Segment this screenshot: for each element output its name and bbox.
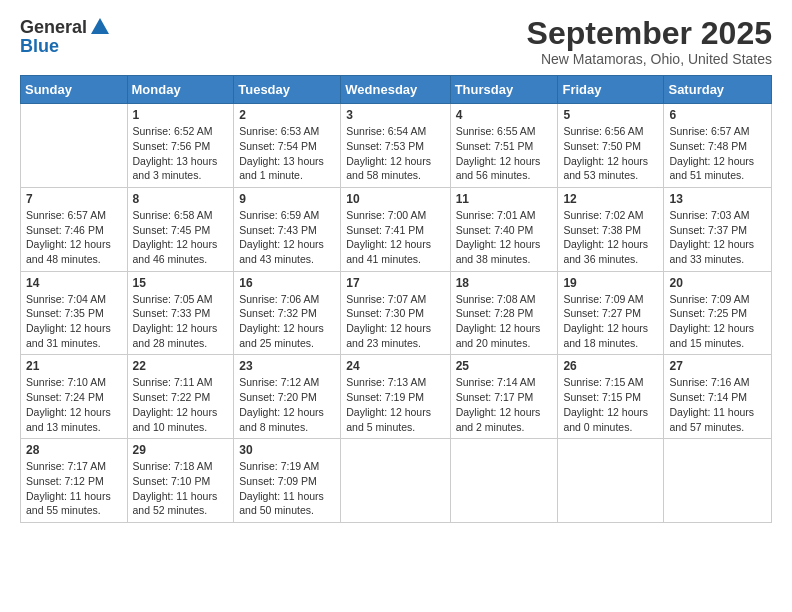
day-info: Sunrise: 6:59 AM Sunset: 7:43 PM Dayligh… [239, 208, 335, 267]
day-info: Sunrise: 7:12 AM Sunset: 7:20 PM Dayligh… [239, 375, 335, 434]
day-cell: 2Sunrise: 6:53 AM Sunset: 7:54 PM Daylig… [234, 104, 341, 188]
day-number: 24 [346, 359, 444, 373]
calendar-table: SundayMondayTuesdayWednesdayThursdayFrid… [20, 75, 772, 523]
day-cell: 29Sunrise: 7:18 AM Sunset: 7:10 PM Dayli… [127, 439, 234, 523]
calendar-header-tuesday: Tuesday [234, 76, 341, 104]
day-cell [664, 439, 772, 523]
logo: General Blue [20, 16, 111, 57]
day-cell [450, 439, 558, 523]
day-info: Sunrise: 6:56 AM Sunset: 7:50 PM Dayligh… [563, 124, 658, 183]
day-number: 27 [669, 359, 766, 373]
week-row-3: 14Sunrise: 7:04 AM Sunset: 7:35 PM Dayli… [21, 271, 772, 355]
day-info: Sunrise: 7:09 AM Sunset: 7:27 PM Dayligh… [563, 292, 658, 351]
week-row-2: 7Sunrise: 6:57 AM Sunset: 7:46 PM Daylig… [21, 187, 772, 271]
day-number: 12 [563, 192, 658, 206]
day-cell: 22Sunrise: 7:11 AM Sunset: 7:22 PM Dayli… [127, 355, 234, 439]
day-info: Sunrise: 6:55 AM Sunset: 7:51 PM Dayligh… [456, 124, 553, 183]
day-info: Sunrise: 7:00 AM Sunset: 7:41 PM Dayligh… [346, 208, 444, 267]
day-cell [558, 439, 664, 523]
day-number: 4 [456, 108, 553, 122]
day-cell: 1Sunrise: 6:52 AM Sunset: 7:56 PM Daylig… [127, 104, 234, 188]
title-block: September 2025 New Matamoras, Ohio, Unit… [527, 16, 772, 67]
day-info: Sunrise: 7:07 AM Sunset: 7:30 PM Dayligh… [346, 292, 444, 351]
day-cell: 4Sunrise: 6:55 AM Sunset: 7:51 PM Daylig… [450, 104, 558, 188]
day-info: Sunrise: 6:57 AM Sunset: 7:46 PM Dayligh… [26, 208, 122, 267]
logo-blue-text: Blue [20, 36, 59, 57]
calendar-header-wednesday: Wednesday [341, 76, 450, 104]
day-number: 16 [239, 276, 335, 290]
day-cell: 11Sunrise: 7:01 AM Sunset: 7:40 PM Dayli… [450, 187, 558, 271]
day-cell: 23Sunrise: 7:12 AM Sunset: 7:20 PM Dayli… [234, 355, 341, 439]
day-number: 17 [346, 276, 444, 290]
day-number: 25 [456, 359, 553, 373]
day-info: Sunrise: 7:13 AM Sunset: 7:19 PM Dayligh… [346, 375, 444, 434]
day-number: 20 [669, 276, 766, 290]
day-number: 21 [26, 359, 122, 373]
day-number: 3 [346, 108, 444, 122]
day-info: Sunrise: 6:54 AM Sunset: 7:53 PM Dayligh… [346, 124, 444, 183]
calendar-header-sunday: Sunday [21, 76, 128, 104]
week-row-4: 21Sunrise: 7:10 AM Sunset: 7:24 PM Dayli… [21, 355, 772, 439]
day-number: 2 [239, 108, 335, 122]
calendar-header-row: SundayMondayTuesdayWednesdayThursdayFrid… [21, 76, 772, 104]
day-info: Sunrise: 7:03 AM Sunset: 7:37 PM Dayligh… [669, 208, 766, 267]
day-info: Sunrise: 7:10 AM Sunset: 7:24 PM Dayligh… [26, 375, 122, 434]
day-number: 29 [133, 443, 229, 457]
day-info: Sunrise: 7:04 AM Sunset: 7:35 PM Dayligh… [26, 292, 122, 351]
day-number: 14 [26, 276, 122, 290]
day-info: Sunrise: 7:05 AM Sunset: 7:33 PM Dayligh… [133, 292, 229, 351]
day-info: Sunrise: 7:15 AM Sunset: 7:15 PM Dayligh… [563, 375, 658, 434]
calendar-body: 1Sunrise: 6:52 AM Sunset: 7:56 PM Daylig… [21, 104, 772, 523]
week-row-5: 28Sunrise: 7:17 AM Sunset: 7:12 PM Dayli… [21, 439, 772, 523]
logo-icon [89, 16, 111, 38]
day-cell: 14Sunrise: 7:04 AM Sunset: 7:35 PM Dayli… [21, 271, 128, 355]
location: New Matamoras, Ohio, United States [527, 51, 772, 67]
day-info: Sunrise: 7:01 AM Sunset: 7:40 PM Dayligh… [456, 208, 553, 267]
day-info: Sunrise: 6:52 AM Sunset: 7:56 PM Dayligh… [133, 124, 229, 183]
day-number: 13 [669, 192, 766, 206]
day-cell: 21Sunrise: 7:10 AM Sunset: 7:24 PM Dayli… [21, 355, 128, 439]
day-info: Sunrise: 7:19 AM Sunset: 7:09 PM Dayligh… [239, 459, 335, 518]
day-cell: 8Sunrise: 6:58 AM Sunset: 7:45 PM Daylig… [127, 187, 234, 271]
day-number: 5 [563, 108, 658, 122]
day-number: 8 [133, 192, 229, 206]
day-number: 9 [239, 192, 335, 206]
day-info: Sunrise: 7:08 AM Sunset: 7:28 PM Dayligh… [456, 292, 553, 351]
calendar-header-thursday: Thursday [450, 76, 558, 104]
calendar-header-monday: Monday [127, 76, 234, 104]
day-number: 28 [26, 443, 122, 457]
day-cell: 5Sunrise: 6:56 AM Sunset: 7:50 PM Daylig… [558, 104, 664, 188]
day-cell: 12Sunrise: 7:02 AM Sunset: 7:38 PM Dayli… [558, 187, 664, 271]
day-cell: 24Sunrise: 7:13 AM Sunset: 7:19 PM Dayli… [341, 355, 450, 439]
day-number: 22 [133, 359, 229, 373]
day-number: 15 [133, 276, 229, 290]
day-info: Sunrise: 7:14 AM Sunset: 7:17 PM Dayligh… [456, 375, 553, 434]
day-cell: 10Sunrise: 7:00 AM Sunset: 7:41 PM Dayli… [341, 187, 450, 271]
day-info: Sunrise: 6:53 AM Sunset: 7:54 PM Dayligh… [239, 124, 335, 183]
day-info: Sunrise: 6:58 AM Sunset: 7:45 PM Dayligh… [133, 208, 229, 267]
day-number: 23 [239, 359, 335, 373]
day-cell: 6Sunrise: 6:57 AM Sunset: 7:48 PM Daylig… [664, 104, 772, 188]
day-cell: 7Sunrise: 6:57 AM Sunset: 7:46 PM Daylig… [21, 187, 128, 271]
day-cell [341, 439, 450, 523]
day-number: 11 [456, 192, 553, 206]
day-number: 1 [133, 108, 229, 122]
svg-marker-0 [91, 18, 109, 34]
page-header: General Blue September 2025 New Matamora… [20, 16, 772, 67]
day-info: Sunrise: 7:11 AM Sunset: 7:22 PM Dayligh… [133, 375, 229, 434]
day-number: 30 [239, 443, 335, 457]
day-number: 19 [563, 276, 658, 290]
day-info: Sunrise: 6:57 AM Sunset: 7:48 PM Dayligh… [669, 124, 766, 183]
day-info: Sunrise: 7:06 AM Sunset: 7:32 PM Dayligh… [239, 292, 335, 351]
month-title: September 2025 [527, 16, 772, 51]
day-info: Sunrise: 7:18 AM Sunset: 7:10 PM Dayligh… [133, 459, 229, 518]
day-cell: 25Sunrise: 7:14 AM Sunset: 7:17 PM Dayli… [450, 355, 558, 439]
day-info: Sunrise: 7:09 AM Sunset: 7:25 PM Dayligh… [669, 292, 766, 351]
day-cell: 16Sunrise: 7:06 AM Sunset: 7:32 PM Dayli… [234, 271, 341, 355]
day-info: Sunrise: 7:16 AM Sunset: 7:14 PM Dayligh… [669, 375, 766, 434]
day-info: Sunrise: 7:02 AM Sunset: 7:38 PM Dayligh… [563, 208, 658, 267]
day-cell: 20Sunrise: 7:09 AM Sunset: 7:25 PM Dayli… [664, 271, 772, 355]
day-cell: 9Sunrise: 6:59 AM Sunset: 7:43 PM Daylig… [234, 187, 341, 271]
day-number: 6 [669, 108, 766, 122]
week-row-1: 1Sunrise: 6:52 AM Sunset: 7:56 PM Daylig… [21, 104, 772, 188]
